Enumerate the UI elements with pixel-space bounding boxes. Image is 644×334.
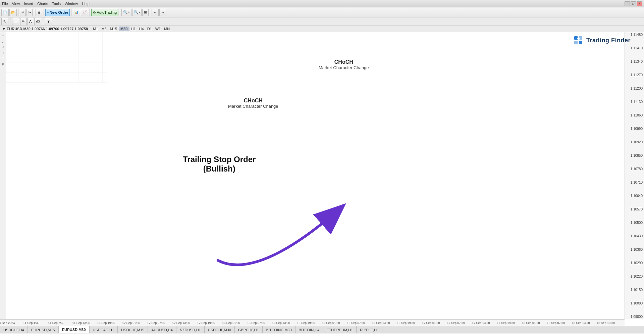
print-button[interactable]: 🖨 <box>36 9 42 16</box>
tf-mn[interactable]: MN <box>162 27 171 31</box>
tab-nzdusd-h1[interactable]: NZDUSD,H1 <box>176 326 205 333</box>
tab-eurusd-m15[interactable]: EURUSD,M15 <box>28 326 59 333</box>
price-2: 1.11410 <box>626 46 643 50</box>
draw-sep-2 <box>43 18 43 25</box>
price-4: 1.11270 <box>626 73 643 77</box>
tf-w1[interactable]: W1 <box>154 27 163 31</box>
time-22: 18 Sep 07:30 <box>547 321 565 325</box>
choch1-annotation: CHoCH Market Character Change <box>228 98 278 109</box>
menu-view[interactable]: View <box>12 2 20 6</box>
indicators-button[interactable]: 📈 <box>81 9 88 16</box>
tf-m30[interactable]: M30 <box>119 27 129 31</box>
toolbar-separator-3 <box>44 9 44 16</box>
time-2: 11 Sep 7:30 <box>48 321 64 325</box>
tab-usdchf-h4[interactable]: USDCHF,H4 <box>0 326 28 333</box>
toolbar-separator-2 <box>34 9 34 16</box>
menu-insert[interactable]: Insert <box>24 2 33 6</box>
price-7: 1.11060 <box>626 113 643 117</box>
scroll-left-button[interactable]: ← <box>152 9 159 16</box>
tab-bitcoinc-m30[interactable]: BITCOINC,M30 <box>263 326 296 333</box>
symbol-info: ▼ EURUSD,M30 1.09766 1.09766 1.09727 1.0… <box>2 27 88 31</box>
price-19: 1.10220 <box>626 275 643 278</box>
cursor-tool[interactable]: ↖ <box>1 18 8 25</box>
time-6: 12 Sep 07:30 <box>147 321 165 325</box>
fib-tool[interactable]: F <box>1 62 5 67</box>
choch1-title: CHoCH <box>228 98 278 104</box>
rect-tool[interactable]: □ <box>1 51 5 55</box>
autotrading-button[interactable]: ⚙ AutoTrading <box>91 9 118 16</box>
toolbar-separator-5 <box>90 9 90 16</box>
text-tool-left[interactable]: T <box>1 56 5 61</box>
more-tools-button[interactable]: ▼ <box>45 18 52 25</box>
time-3: 11 Sep 13:30 <box>72 321 90 325</box>
time-14: 16 Sep 07:30 <box>347 321 365 325</box>
arrow-tool[interactable]: ↗ <box>1 45 5 50</box>
tab-eurusd-m30[interactable]: EURUSD,M30 <box>59 326 90 333</box>
time-23: 18 Sep 13:30 <box>572 321 590 325</box>
tab-bitcoin-h4[interactable]: BITCOIN,H4 <box>296 326 323 333</box>
toolbar-separator-7 <box>150 9 150 16</box>
chart-area[interactable]: ✛ / ↗ □ T F ₮ Trading Finder <box>0 32 644 326</box>
tf-m15[interactable]: M15 <box>108 27 119 31</box>
price-13: 1.10640 <box>626 194 643 198</box>
tf-h4[interactable]: H4 <box>138 27 146 31</box>
minimize-button[interactable]: _ <box>625 1 630 6</box>
pen-tool[interactable]: ✏ <box>20 18 26 25</box>
arrow-annotation <box>191 163 419 271</box>
label-tool[interactable]: 🏷 <box>34 18 41 25</box>
maximize-button[interactable]: □ <box>631 1 636 6</box>
open-button[interactable]: 📂 <box>9 9 17 16</box>
choch2-subtitle: Market Character Change <box>319 65 369 70</box>
zoom-in-button[interactable]: 🔍+ <box>121 9 131 16</box>
redo-button[interactable]: ↪ <box>26 9 33 16</box>
crosshair-tool[interactable]: ✛ <box>1 34 5 38</box>
tf-h1[interactable]: H1 <box>129 27 138 31</box>
time-9: 13 Sep 01:30 <box>222 321 240 325</box>
line-tool[interactable]: — <box>12 18 19 25</box>
title-bar: File View Insert Charts Tools Window Hel… <box>0 0 644 7</box>
time-axis: 10 Sep 2024 11 Sep 1:30 11 Sep 7:30 11 S… <box>0 319 625 326</box>
tab-usdchf-m30[interactable]: USDCHF,M30 <box>205 326 235 333</box>
trailing-stop-annotation: Trailing Stop Order (Bullish) <box>183 155 256 174</box>
time-21: 18 Sep 01:30 <box>522 321 540 325</box>
price-11: 1.10780 <box>626 167 643 171</box>
time-20: 17 Sep 19:30 <box>497 321 515 325</box>
menu-charts[interactable]: Charts <box>37 2 48 6</box>
menu-help[interactable]: Help <box>82 2 90 6</box>
price-5: 1.11200 <box>626 87 643 90</box>
zoom-out-button[interactable]: 🔍- <box>132 9 142 16</box>
time-4: 11 Sep 19:30 <box>97 321 115 325</box>
close-button[interactable]: × <box>637 1 642 6</box>
menu-window[interactable]: Window <box>65 2 78 6</box>
scroll-right-button[interactable]: → <box>159 9 166 16</box>
menu-file[interactable]: File <box>2 2 8 6</box>
time-0: 10 Sep 2024 <box>0 321 15 325</box>
logo-text: Trading Finder <box>586 37 631 44</box>
tf-m1[interactable]: M1 <box>91 27 100 31</box>
tab-ripple-h1[interactable]: RIPPLE,H1 <box>357 326 382 333</box>
tab-usdchf-m15[interactable]: USDCHF,M15 <box>118 326 148 333</box>
menu-tools[interactable]: Tools <box>52 2 61 6</box>
trend-line-tool[interactable]: / <box>1 39 5 44</box>
svg-text:₮: ₮ <box>577 38 580 43</box>
zoom-fit-button[interactable]: ⊞ <box>142 9 149 16</box>
time-7: 12 Sep 13:30 <box>172 321 190 325</box>
price-scale: 1.11480 1.11410 1.11340 1.11270 1.11200 … <box>625 32 644 319</box>
price-21: 1.10080 <box>626 301 643 305</box>
chart-type-button[interactable]: 📊 <box>73 9 80 16</box>
tab-audusd-h4[interactable]: AUDUSD,H4 <box>148 326 176 333</box>
price-6: 1.11130 <box>626 100 643 104</box>
logo-icon: ₮ <box>573 35 584 46</box>
undo-button[interactable]: ↩ <box>20 9 26 16</box>
text-tool[interactable]: A <box>28 18 33 25</box>
tab-ethereum-h1[interactable]: ETHEREUM,H1 <box>323 326 357 333</box>
new-order-button[interactable]: + New Order <box>45 9 70 16</box>
main-toolbar: 📄 📂 ↩ ↪ 🖨 + New Order 📊 📈 ⚙ AutoTrading … <box>0 7 644 17</box>
tab-usdcad-h1[interactable]: USDCAD,H1 <box>90 326 118 333</box>
tf-m5[interactable]: M5 <box>100 27 108 31</box>
tf-d1[interactable]: D1 <box>146 27 154 31</box>
price-16: 1.10430 <box>626 234 643 238</box>
new-file-button[interactable]: 📄 <box>1 9 9 16</box>
tab-gbpchf-h1[interactable]: GBPCHF,H1 <box>235 326 263 333</box>
price-9: 1.10920 <box>626 140 643 144</box>
